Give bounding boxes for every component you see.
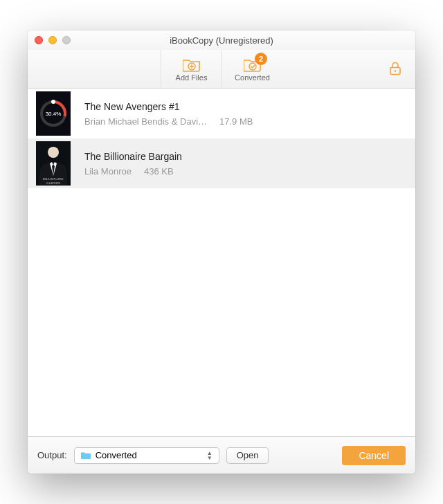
book-size: 436 KB [144,166,192,177]
chevron-updown-icon: ▲▼ [205,451,215,460]
book-title: The Billionaire Bargain [84,151,407,162]
book-author: Brian Michael Bendis & Davi… [84,116,207,127]
book-meta: Lila Monroe 436 KB [84,166,407,177]
window-title: iBookCopy (Unregistered) [170,35,273,46]
book-info: The New Avengers #1 Brian Michael Bendis… [84,101,407,127]
svg-point-8 [48,147,59,158]
cover-suit-icon: BILLIONAIRE LILA MONROE [36,141,71,186]
progress-text: 30.4% [46,111,62,117]
app-window: iBookCopy (Unregistered) Add Files 2 Con… [28,30,415,474]
toolbar: Add Files 2 Converted [28,50,415,89]
book-cover: 30.4% [36,91,71,136]
converted-button[interactable]: 2 Converted [222,50,282,88]
output-label: Output: [37,450,67,460]
svg-point-3 [395,70,397,72]
traffic-lights [35,36,71,44]
book-meta: Brian Michael Bendis & Davi… 17.9 MB [84,116,407,127]
lock-icon [388,60,403,75]
book-size: 17.9 MB [219,116,268,127]
add-files-label: Add Files [176,73,208,82]
folder-icon [80,451,91,460]
add-files-button[interactable]: Add Files [161,50,222,88]
maximize-icon[interactable] [62,36,71,44]
book-list: 30.4% The New Avengers #1 Brian Michael … [28,89,415,436]
converted-badge: 2 [255,53,267,65]
book-title: The New Avengers #1 [84,101,407,112]
output-selected: Converted [96,450,137,460]
book-author: Lila Monroe [84,166,132,177]
output-select[interactable]: Converted ▲▼ [74,447,219,464]
lock-button[interactable] [388,60,403,78]
list-item[interactable]: 30.4% The New Avengers #1 Brian Michael … [28,89,415,138]
svg-text:BILLIONAIRE: BILLIONAIRE [43,177,64,181]
bottombar: Output: Converted ▲▼ Open Cancel [28,436,415,474]
toolbar-center: Add Files 2 Converted [161,50,282,88]
folder-plus-icon [183,57,201,72]
progress-ring-icon: 30.4% [36,91,71,136]
open-button[interactable]: Open [226,447,269,464]
svg-point-6 [51,100,55,104]
list-item[interactable]: BILLIONAIRE LILA MONROE The Billionaire … [28,138,415,188]
minimize-icon[interactable] [48,36,57,44]
titlebar: iBookCopy (Unregistered) [28,30,415,50]
cancel-button[interactable]: Cancel [342,446,406,465]
book-info: The Billionaire Bargain Lila Monroe 436 … [84,151,407,177]
converted-label: Converted [235,73,270,82]
book-cover: BILLIONAIRE LILA MONROE [36,141,71,186]
close-icon[interactable] [35,36,43,44]
svg-text:LILA MONROE: LILA MONROE [46,182,60,185]
svg-point-1 [249,63,256,70]
